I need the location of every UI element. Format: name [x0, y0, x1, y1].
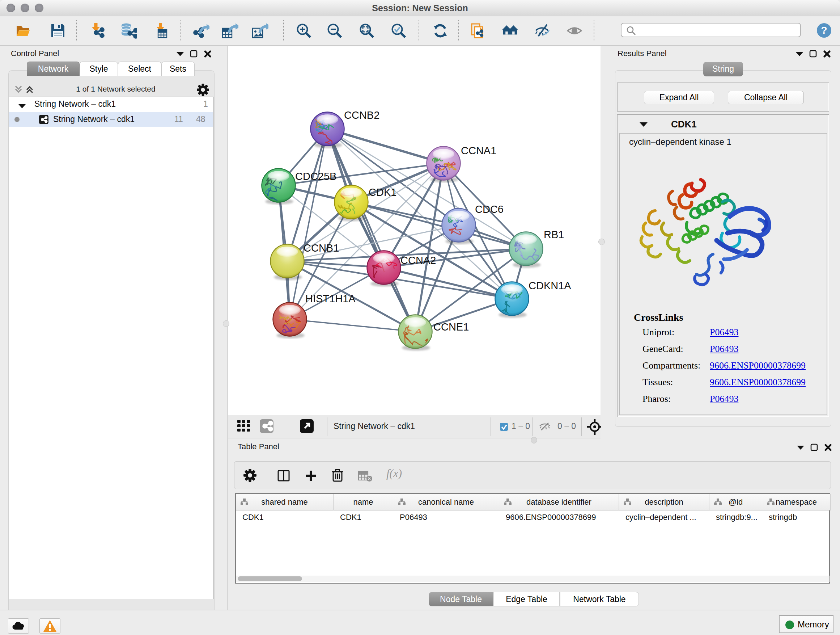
svg-text:CCNB2: CCNB2	[344, 109, 379, 121]
svg-text:CCNE1: CCNE1	[433, 321, 469, 333]
svg-text:CDC25B: CDC25B	[295, 171, 336, 182]
svg-text:RB1: RB1	[544, 229, 564, 241]
svg-text:CDK1: CDK1	[369, 187, 396, 198]
svg-text:?: ?	[821, 25, 827, 36]
svg-text:HIST1H1A: HIST1H1A	[305, 293, 355, 304]
svg-text:CCNA1: CCNA1	[461, 145, 496, 157]
svg-text:CCNA2: CCNA2	[401, 255, 436, 266]
svg-text:CDC6: CDC6	[475, 203, 504, 215]
svg-text:CCNB1: CCNB1	[303, 242, 339, 254]
svg-text:CDKN1A: CDKN1A	[529, 280, 571, 291]
